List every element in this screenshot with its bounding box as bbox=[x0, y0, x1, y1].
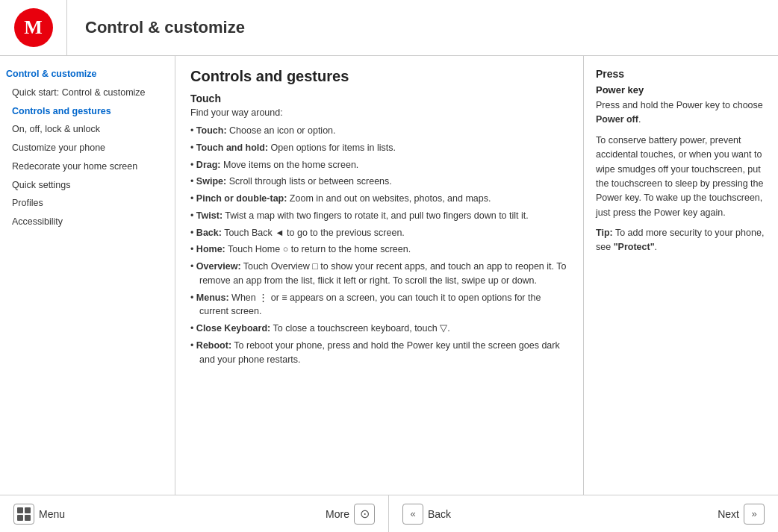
logo-area: M bbox=[0, 0, 67, 55]
motorola-logo: M bbox=[14, 8, 53, 47]
section-title: Controls and gestures bbox=[190, 68, 568, 85]
header-title: Control & customize bbox=[67, 18, 245, 37]
more-button[interactable]: More ⊙ bbox=[321, 501, 379, 528]
footer-right: « Back Next » bbox=[389, 495, 778, 532]
list-item: Home: Touch Home ○ to return to the home… bbox=[190, 241, 568, 258]
back-label: Back bbox=[428, 508, 451, 520]
right-tip: Tip: To add more security to your phone,… bbox=[596, 226, 766, 255]
list-item: Twist: Twist a map with two fingers to r… bbox=[190, 207, 568, 225]
right-power-intro: Press and hold the Power key to choose P… bbox=[596, 98, 766, 128]
sidebar-item-accessibility[interactable]: Accessibility bbox=[0, 213, 175, 231]
content-area: Controls and gestures Touch Find your wa… bbox=[175, 56, 778, 495]
list-item: Swipe: Scroll through lists or between s… bbox=[190, 173, 568, 190]
footer-left: Menu More ⊙ bbox=[0, 495, 389, 532]
list-item: Touch and hold: Open options for items i… bbox=[190, 140, 568, 157]
next-icon: » bbox=[744, 504, 765, 525]
list-item: Touch: Choose an icon or option. bbox=[190, 122, 568, 140]
back-icon: « bbox=[402, 504, 423, 525]
next-label: Next bbox=[718, 508, 739, 520]
header: M Control & customize bbox=[0, 0, 778, 56]
list-item: Drag: Move items on the home screen. bbox=[190, 157, 568, 174]
menu-button[interactable]: Menu bbox=[9, 501, 69, 528]
main-layout: Control & customize Quick start: Control… bbox=[0, 56, 778, 495]
sidebar-item-redecorate[interactable]: Redecorate your home screen bbox=[0, 157, 175, 176]
intro-text: Find your way around: bbox=[190, 107, 568, 118]
back-button[interactable]: « Back bbox=[398, 501, 455, 528]
bullet-list: Touch: Choose an icon or option. Touch a… bbox=[190, 122, 568, 368]
next-button[interactable]: Next » bbox=[713, 501, 769, 528]
sidebar: Control & customize Quick start: Control… bbox=[0, 56, 175, 495]
more-label: More bbox=[326, 508, 349, 520]
subsection-title: Touch bbox=[190, 93, 568, 104]
sidebar-item-customize-phone[interactable]: Customize your phone bbox=[0, 139, 175, 157]
menu-label: Menu bbox=[39, 508, 65, 520]
menu-icon bbox=[13, 504, 34, 525]
right-panel: Press Power key Press and hold the Power… bbox=[584, 56, 778, 495]
more-icon: ⊙ bbox=[354, 504, 375, 525]
sidebar-item-quick-settings[interactable]: Quick settings bbox=[0, 176, 175, 195]
right-subheading: Power key bbox=[596, 84, 766, 96]
sidebar-item-control-customize[interactable]: Control & customize bbox=[0, 65, 175, 84]
footer: Menu More ⊙ « Back Next » bbox=[0, 495, 778, 532]
right-panel-title: Press bbox=[596, 68, 766, 80]
sidebar-item-quick-start[interactable]: Quick start: Control & customize bbox=[0, 84, 175, 102]
sidebar-item-profiles[interactable]: Profiles bbox=[0, 194, 175, 213]
middle-panel: Controls and gestures Touch Find your wa… bbox=[175, 56, 584, 495]
list-item: Overview: Touch Overview □ to show your … bbox=[190, 258, 568, 290]
list-item: Pinch or double-tap: Zoom in and out on … bbox=[190, 190, 568, 207]
list-item: Menus: When ⋮ or ≡ appears on a screen, … bbox=[190, 290, 568, 321]
sidebar-item-controls-gestures[interactable]: Controls and gestures bbox=[0, 102, 175, 121]
list-item: Back: Touch Back ◄ to go to the previous… bbox=[190, 225, 568, 242]
sidebar-item-on-off-lock[interactable]: On, off, lock & unlock bbox=[0, 120, 175, 139]
list-item: Close Keyboard: To close a touchscreen k… bbox=[190, 320, 568, 337]
list-item: Reboot: To reboot your phone, press and … bbox=[190, 337, 568, 369]
right-para1: To conserve battery power, prevent accid… bbox=[596, 134, 766, 220]
